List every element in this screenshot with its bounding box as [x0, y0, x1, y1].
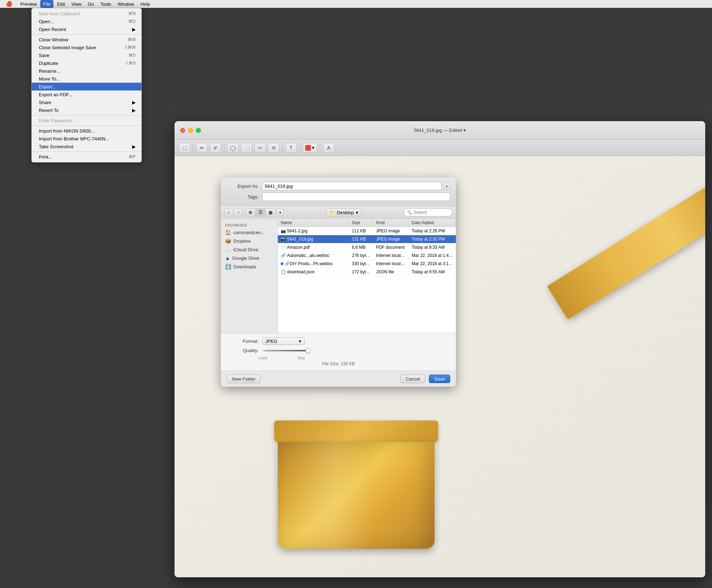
sidebar-item-icloud-drive[interactable]: ☁️ iCloud Drive	[221, 245, 277, 254]
menu-item-export[interactable]: Export...	[32, 83, 141, 91]
menu-item-open[interactable]: Open... ⌘O	[32, 17, 141, 25]
menu-item-rename[interactable]: Rename...	[32, 67, 141, 75]
close-button[interactable]	[180, 128, 185, 133]
menu-item-duplicate[interactable]: Duplicate ⇧⌘S	[32, 59, 141, 67]
back-button[interactable]: ‹	[224, 208, 233, 216]
rotate-btn[interactable]: ⟲	[268, 143, 279, 153]
file-kind-cell: Internet location	[373, 260, 409, 268]
table-row[interactable]: 📋 download.json 172 bytes JSON file Toda…	[278, 268, 456, 276]
menu-item-revert-to[interactable]: Revert To ▶	[32, 106, 141, 114]
menubar-view[interactable]: View	[69, 0, 84, 8]
submenu-arrow-revert: ▶	[132, 108, 136, 113]
format-chevron: ▾	[299, 339, 301, 344]
text-style-btn[interactable]: A	[323, 143, 334, 153]
menu-item-import-nikon[interactable]: Import from NIKON D600...	[32, 127, 141, 135]
menu-item-save[interactable]: Save ⌘S	[32, 51, 141, 59]
menubar-go[interactable]: Go	[85, 0, 97, 8]
file-date-cell: Mar 22, 2018 at 1:42 P	[409, 252, 456, 259]
file-name-cell: 📋 download.json	[278, 268, 349, 276]
menubar-preview[interactable]: Preview	[17, 0, 40, 8]
new-folder-button[interactable]: New Folder	[227, 375, 261, 383]
status-dot	[281, 262, 284, 265]
sidebar-item-commandcen[interactable]: 🏠 commandcen...	[221, 228, 277, 237]
lasso-tool-btn[interactable]: ✏	[196, 143, 208, 153]
menu-item-enter-password[interactable]: Enter Password...	[32, 117, 141, 124]
shapes-btn[interactable]: ◯	[227, 143, 239, 153]
menu-item-import-brother[interactable]: Import from Brother MFC-7440N...	[32, 135, 141, 143]
window-edited-badge: —	[443, 128, 449, 133]
sidebar-commandcen-label: commandcen...	[233, 230, 265, 235]
menu-item-take-screenshot[interactable]: Take Screenshot ▶	[32, 143, 141, 150]
save-button[interactable]: Save	[429, 375, 450, 383]
menu-item-import-brother-label: Import from Brother MFC-7440N...	[39, 136, 136, 141]
col-header-size[interactable]: Size	[349, 219, 373, 227]
apple-menu[interactable]: 🍎	[3, 0, 15, 8]
forward-button[interactable]: ›	[234, 208, 243, 216]
view-options-btn[interactable]: ▾	[276, 208, 284, 216]
menubar-window[interactable]: Window	[115, 0, 137, 8]
annotate-btn[interactable]: ✐	[210, 143, 221, 153]
border-btn[interactable]: ⬜	[241, 143, 252, 153]
sidebar-google-drive-label: Google Drive	[232, 256, 259, 261]
window-edited-arrow[interactable]: ▾	[463, 128, 466, 133]
file-name-cell: 📷 5641-2.jpg	[278, 227, 349, 235]
quality-slider-thumb[interactable]	[306, 348, 311, 353]
menubar-tools[interactable]: Tools	[98, 0, 114, 8]
menu-item-print[interactable]: Print... ⌘P	[32, 153, 141, 161]
file-list-header: Name Size Kind Date Added	[278, 219, 456, 227]
icon-view-btn[interactable]: ⊞	[246, 208, 255, 216]
tags-input[interactable]	[262, 192, 450, 201]
table-row[interactable]: 📷 5641-2.jpg 111 KB JPEG image Today at …	[278, 227, 456, 235]
minimize-button[interactable]	[188, 128, 193, 133]
menu-item-close-window[interactable]: Close Window ⌘W	[32, 36, 141, 43]
format-selector[interactable]: JPEG ▾	[262, 337, 305, 345]
menu-item-close-selected[interactable]: Close Selected Image Save ⇧⌘W	[32, 43, 141, 51]
selection-tool-btn[interactable]: ⬚	[179, 143, 190, 153]
table-row[interactable]: 🔗 Automatic...als.webloc 276 bytes Inter…	[278, 252, 456, 260]
menubar-edit[interactable]: Edit	[54, 0, 68, 8]
menu-shortcut-duplicate: ⇧⌘S	[125, 61, 136, 66]
text-btn[interactable]: T	[285, 143, 297, 153]
col-header-date[interactable]: Date Added	[409, 219, 456, 227]
menu-item-open-recent[interactable]: Open Recent ▶	[32, 25, 141, 33]
folder-icon: 📁	[329, 210, 335, 215]
menu-item-share[interactable]: Share ▶	[32, 98, 141, 106]
browser-toolbar: ‹ › ⊞ ☰ ▦ ▾ 📁 Desktop ▾ 🔍	[221, 206, 456, 219]
file-size-label: File Size:	[322, 361, 339, 366]
quality-slider[interactable]	[262, 350, 308, 351]
column-view-btn[interactable]: ▦	[266, 208, 275, 216]
sidebar-item-downloads[interactable]: ⬇️ Downloads	[221, 262, 277, 271]
quality-slider-fill	[265, 350, 309, 351]
search-input[interactable]	[414, 210, 449, 215]
table-row[interactable]: 📄 Amazon.pdf 6.6 MB PDF document Today a…	[278, 243, 456, 252]
location-selector[interactable]: 📁 Desktop ▾	[326, 208, 362, 216]
col-header-name[interactable]: Name	[278, 219, 349, 227]
list-view-btn[interactable]: ☰	[256, 208, 265, 216]
menu-item-share-label: Share	[39, 100, 129, 105]
cancel-button[interactable]: Cancel	[400, 375, 425, 383]
file-icon: 📷	[281, 237, 286, 242]
sidebar-item-dropbox[interactable]: 📦 Dropbox	[221, 237, 277, 245]
file-browser: Favorites 🏠 commandcen... 📦 Dropbox ☁️ i…	[221, 219, 456, 333]
table-row[interactable]: 📷 5641_019.jpg 131 KB JPEG image Today a…	[278, 235, 456, 243]
menu-item-move-to[interactable]: Move To...	[32, 75, 141, 83]
expand-button[interactable]: ▾	[443, 182, 450, 190]
table-row[interactable]: 🔗 DIY Produ...Ph.webloc 330 bytes Intern…	[278, 260, 456, 268]
export-as-input[interactable]	[262, 182, 442, 190]
sidebar-item-google-drive[interactable]: ▲ Google Drive	[221, 254, 277, 262]
menubar-file[interactable]: File	[40, 0, 53, 8]
menubar-help[interactable]: Help	[138, 0, 153, 8]
file-date-cell: Today at 9:55 AM	[409, 268, 456, 276]
export-as-label: Export As:	[227, 184, 259, 189]
color-picker-btn[interactable]: ▾	[303, 143, 317, 153]
zoom-button[interactable]	[196, 128, 201, 133]
menu-item-import-nikon-label: Import from NIKON D600...	[39, 128, 136, 134]
menu-item-export-pdf[interactable]: Export as PDF...	[32, 91, 141, 98]
menu-item-close-selected-label: Close Selected Image Save	[39, 45, 124, 50]
col-header-kind[interactable]: Kind	[373, 219, 409, 227]
file-kind-cell: JPEG image	[373, 227, 409, 235]
menu-item-new-from-clipboard[interactable]: New from Clipboard ⌘N	[32, 10, 141, 17]
crop-btn[interactable]: ✂	[254, 143, 266, 153]
export-as-row: Export As: ▾	[227, 182, 450, 190]
menu-item-open-recent-label: Open Recent	[39, 27, 129, 32]
